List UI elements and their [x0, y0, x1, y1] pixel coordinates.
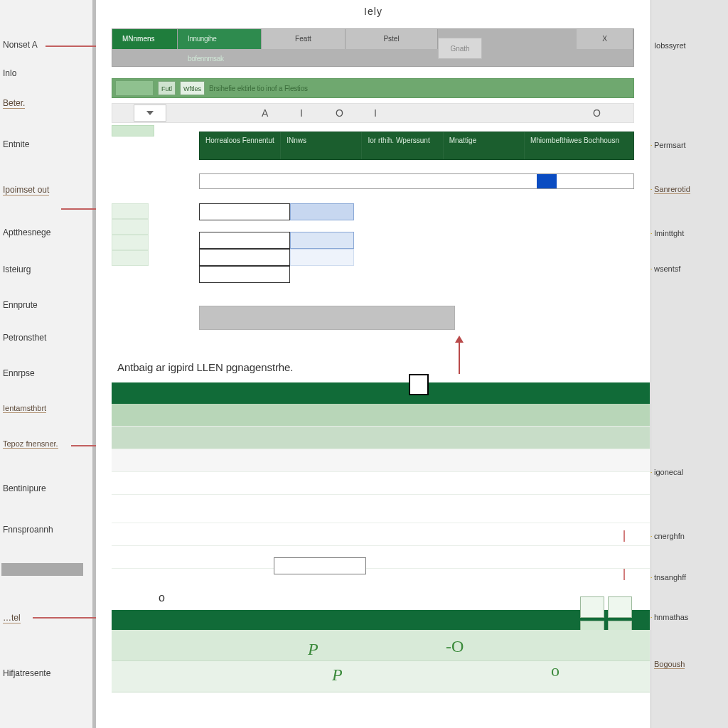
left-label-7: Ennprute — [3, 300, 38, 310]
o-label-bottom: o — [159, 592, 165, 604]
band-row-0 — [112, 404, 650, 427]
left-label-14: Hifjatresente — [3, 668, 50, 678]
glyph-o: o — [551, 661, 560, 680]
right-label-7: tnsanghff — [654, 573, 686, 582]
left-label-9: Ennrpse — [3, 368, 35, 378]
tab-x[interactable]: X — [577, 29, 633, 49]
svg-marker-0 — [146, 111, 154, 115]
left-label-4: Ipoimset out — [3, 185, 49, 196]
column-header-row: A I O I O — [112, 103, 634, 123]
row-numbers-stub — [112, 203, 149, 266]
tab-c[interactable]: Featt — [262, 29, 346, 49]
right-label-2: Sanrerotid — [654, 185, 690, 194]
section-caption: Antbaig ar igpird LLEN pgnagenstrhe. — [117, 361, 293, 373]
header-col-1: Horrealoos Fennentut — [200, 132, 281, 159]
arrow-left-1 — [46, 46, 102, 47]
green-chip-icon[interactable] — [115, 80, 154, 96]
cell-b4[interactable] — [290, 266, 354, 283]
cell-a3[interactable] — [199, 249, 290, 266]
glyph-p1: P — [308, 640, 318, 659]
band-row-3 — [112, 472, 650, 495]
document-page: Iely MNnmens Innungihe bofennmsak Featt … — [96, 0, 651, 728]
band-row-6 — [112, 546, 650, 569]
glyph-p2: P — [332, 665, 343, 685]
left-label-1: Inlo — [3, 68, 16, 78]
title: Iely — [96, 6, 651, 17]
secondary-toolbar: Futl Wftles Brsihefie ektirle tio inof a… — [112, 78, 634, 98]
tab-ghost[interactable]: Gnath — [438, 38, 482, 59]
cell-a1[interactable] — [199, 203, 290, 220]
left-label-12: Bentinipure — [3, 483, 46, 493]
left-label-5: Aptthesnege — [3, 228, 50, 237]
cell-b2[interactable] — [290, 232, 354, 249]
tab-d[interactable]: Pstel — [346, 29, 438, 49]
col-o1: O — [336, 107, 343, 119]
right-label-3: Iminttght — [654, 229, 684, 237]
right-label-8: hnmathas — [654, 613, 688, 621]
tab-b[interactable]: Innungihe bofennmsak — [178, 29, 262, 49]
toolbar-message: Brsihefie ektirle tio inof a Flestios — [209, 85, 308, 92]
band-row-2: s N K — [112, 449, 650, 472]
col-i: I — [300, 107, 303, 119]
left-label-6: Isteiurg — [3, 264, 31, 274]
band-row-1 — [112, 427, 650, 449]
ribbon-tabs: MNnmens Innungihe bofennmsak Featt Pstel… — [112, 28, 634, 67]
left-label-arrow: …tel — [3, 613, 21, 623]
cell-block — [199, 203, 427, 220]
right-label-6: cnerghfn — [654, 532, 685, 540]
left-label-2: Beter. — [3, 98, 25, 109]
cloud-icon[interactable] — [580, 596, 604, 618]
col-a: A — [262, 107, 268, 119]
right-label-0: Iobssyret — [654, 41, 686, 50]
header-col-3: Ior rthih. Wperssunt — [362, 132, 443, 159]
chip-b[interactable]: Wftles — [180, 81, 205, 95]
right-callout-column: Iobssyret Permsart Sanrerotid Iminttght … — [651, 0, 728, 728]
right-label-9: Bogoush — [654, 660, 685, 669]
band-row-4 — [112, 495, 650, 523]
banded-table: s N K — [112, 404, 650, 569]
band2-row-1: P o — [112, 661, 650, 692]
cell-a4[interactable] — [199, 266, 290, 283]
right-label-4: wsentsf — [654, 264, 680, 273]
left-highlighted-item — [1, 563, 83, 576]
red-vertical-line-1 — [623, 530, 625, 542]
table-header-green: Horrealoos Fennentut INnws Ior rthih. Wp… — [199, 132, 634, 160]
col-o2: O — [593, 107, 601, 119]
section-header-green-2 — [112, 610, 650, 630]
left-callout-column: Nonset A Inlo Beter. Entnite Ipoimset ou… — [0, 0, 92, 728]
arrow-up-icon — [459, 341, 460, 374]
cell-block-2 — [199, 232, 427, 283]
red-vertical-line-2 — [623, 569, 625, 580]
left-label-0: Nonset A — [3, 40, 38, 50]
left-label-8: Petronsthet — [3, 333, 46, 343]
col-i2: I — [374, 107, 377, 119]
dropdown-icon[interactable] — [134, 105, 166, 122]
left-label-3: Entnite — [3, 139, 29, 149]
blue-cell[interactable] — [537, 174, 557, 188]
cell-b1[interactable] — [290, 203, 354, 220]
selected-cell[interactable] — [274, 557, 366, 574]
input-row[interactable] — [199, 173, 634, 189]
glyph-p3: -O — [446, 637, 464, 656]
band2-row-0: P -O — [112, 630, 650, 661]
right-label-5: igonecal — [654, 468, 683, 476]
cell-a2[interactable] — [199, 232, 290, 249]
cell-b3[interactable] — [290, 249, 354, 266]
band-row-5 — [112, 523, 650, 546]
tab-a[interactable]: MNnmens — [112, 29, 178, 49]
chip-a[interactable]: Futl — [158, 81, 176, 95]
row-stub — [112, 125, 154, 136]
section-gray-block — [199, 306, 455, 330]
marker-square[interactable] — [409, 374, 429, 395]
header-col-5: Mhiombefthiwes Bochhousn — [525, 132, 633, 159]
left-label-13: Fnnsproannh — [3, 525, 53, 535]
left-label-10: Ientamsthbrt — [3, 404, 46, 413]
header-col-4: Mnattige — [444, 132, 525, 159]
device-icon[interactable] — [608, 596, 632, 618]
right-label-1: Permsart — [654, 141, 686, 149]
header-col-2: INnws — [281, 132, 362, 159]
section-header-green — [112, 382, 650, 404]
bottom-band-table: P -O P o — [112, 630, 650, 692]
left-label-11: Tepoz fnensner. — [3, 439, 58, 449]
